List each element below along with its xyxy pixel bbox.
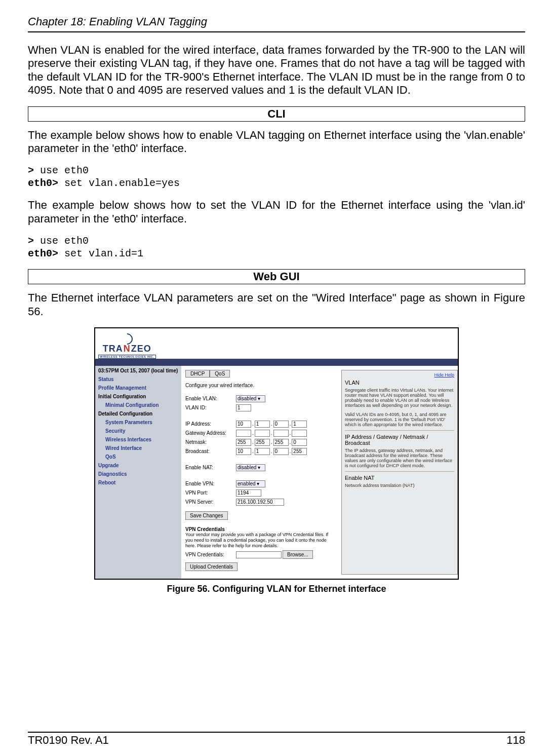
input-bc-1[interactable]: 10 — [236, 448, 251, 455]
cli-prompt: > — [28, 165, 34, 176]
nav-wired[interactable]: Wired Interface — [105, 445, 178, 451]
input-ip-3[interactable]: 0 — [273, 421, 289, 428]
hide-help-link[interactable]: Hide Help — [345, 372, 454, 377]
input-ip-2[interactable]: 1 — [255, 421, 270, 428]
label-vpn-cred: VPN Credentials: — [185, 552, 236, 557]
input-bc-2[interactable]: 1 — [255, 448, 270, 455]
nav-minimal-config[interactable]: Minimal Configuration — [105, 402, 178, 408]
nav-system-params[interactable]: System Parameters — [105, 420, 178, 425]
input-vpn-cred-file[interactable] — [236, 551, 282, 558]
help-ip-text: The IP address, gateway address, netmask… — [345, 448, 454, 468]
help-vlan-text: Segregate client traffic into Virtual LA… — [345, 388, 454, 408]
label-vpn-server: VPN Server: — [185, 499, 236, 505]
input-bc-3[interactable]: 0 — [273, 448, 289, 455]
logo-text-2: ZEO — [131, 344, 151, 354]
input-nm-3[interactable]: 255 — [273, 439, 289, 446]
sidebar: 03:57PM Oct 15, 2007 (local time) Status… — [95, 366, 181, 579]
input-bc-4[interactable]: 255 — [292, 448, 307, 455]
input-gw-4[interactable] — [292, 430, 307, 437]
input-gw-2[interactable] — [255, 430, 270, 437]
figure-screenshot: TRANZEO WIRELESS TECHNOLOGIES INC. 03:57… — [94, 327, 459, 580]
logo-subtitle: WIRELESS TECHNOLOGIES INC. — [98, 355, 156, 359]
label-vlan-id: VLAN ID: — [185, 405, 236, 410]
label-broadcast: Broadcast: — [185, 448, 236, 454]
vpn-cred-text: Your vendor may provide you with a packa… — [185, 532, 332, 548]
figure-caption: Figure 56. Configuring VLAN for Ethernet… — [28, 584, 525, 594]
select-enable-vlan[interactable]: disabled ▾ — [236, 395, 265, 402]
footer-page-number: 118 — [506, 734, 525, 747]
logo-text-1: TRA — [103, 344, 123, 354]
nav-security[interactable]: Security — [105, 428, 178, 434]
label-ip: IP Address: — [185, 421, 236, 427]
nav-initial-config[interactable]: Initial Configuration — [98, 394, 178, 399]
page-footer: TR0190 Rev. A1 118 — [28, 732, 525, 747]
paragraph-4: The Ethernet interface VLAN parameters a… — [28, 291, 525, 318]
logo: TRANZEO WIRELESS TECHNOLOGIES INC. — [98, 333, 156, 359]
input-ip-4[interactable]: 1 — [292, 421, 307, 428]
input-vpn-port[interactable]: 1194 — [236, 489, 261, 497]
input-ip-1[interactable]: 10 — [236, 421, 251, 428]
tab-dhcp[interactable]: DHCP — [185, 370, 210, 377]
nav-profile[interactable]: Profile Management — [98, 385, 178, 391]
label-enable-vpn: Enable VPN: — [185, 481, 236, 486]
cli-cmd: use eth0 — [34, 165, 89, 176]
input-nm-2[interactable]: 255 — [255, 439, 270, 446]
vpn-cred-title: VPN Credentials — [185, 526, 332, 532]
label-enable-vlan: Enable VLAN: — [185, 396, 236, 401]
header-rule — [28, 31, 525, 32]
cli-example-1: > use eth0 eth0> set vlan.enable=yes — [28, 164, 525, 190]
cli-prompt: > — [28, 235, 34, 247]
label-enable-nat: Enable NAT: — [185, 465, 236, 470]
footer-left: TR0190 Rev. A1 — [28, 734, 109, 747]
cli-cmd: set vlan.enable=yes — [58, 177, 180, 189]
browse-button[interactable]: Browse... — [283, 550, 313, 559]
input-gw-3[interactable] — [273, 430, 289, 437]
input-gw-1[interactable] — [236, 430, 251, 437]
help-vlan-title: VLAN — [345, 380, 454, 386]
select-enable-nat[interactable]: disabled ▾ — [236, 464, 265, 471]
input-vlan-id[interactable]: 1 — [236, 404, 251, 411]
cli-prompt: eth0> — [28, 248, 58, 259]
save-button[interactable]: Save Changes — [185, 511, 228, 520]
nav-detailed-config[interactable]: Detailed Configuration — [98, 411, 178, 417]
section-cli-heading: CLI — [28, 106, 525, 122]
nav-upgrade[interactable]: Upgrade — [98, 463, 178, 468]
help-nat-title: Enable NAT — [345, 475, 454, 481]
main-form: DHCPQoS Configure your wired interface. … — [185, 370, 332, 575]
input-nm-4[interactable]: 0 — [292, 439, 307, 446]
input-vpn-server[interactable]: 216.100.192.50 — [236, 499, 284, 506]
cli-cmd: set vlan.id=1 — [58, 248, 143, 259]
help-vlan-text2: Valid VLAN IDs are 0-4095, but 0, 1, and… — [345, 412, 454, 427]
section-webgui-heading: Web GUI — [28, 269, 525, 284]
label-vpn-port: VPN Port: — [185, 490, 236, 496]
nav-status[interactable]: Status — [98, 376, 178, 382]
input-nm-1[interactable]: 255 — [236, 439, 251, 446]
paragraph-3: The example below shows how to set the V… — [28, 199, 525, 225]
nav-reboot[interactable]: Reboot — [98, 480, 178, 485]
tab-qos[interactable]: QoS — [210, 370, 230, 377]
nav-diagnostics[interactable]: Diagnostics — [98, 471, 178, 477]
help-panel: Hide Help VLAN Segregate client traffic … — [341, 370, 458, 575]
header-band — [95, 359, 458, 366]
cli-cmd: use eth0 — [34, 235, 89, 247]
paragraph-2: The example below shows how to enable VL… — [28, 129, 525, 156]
label-gateway: Gateway Address: — [185, 430, 236, 436]
cli-example-2: > use eth0 eth0> set vlan.id=1 — [28, 235, 525, 260]
paragraph-1: When VLAN is enabled for the wired inter… — [28, 44, 525, 97]
label-netmask: Netmask: — [185, 439, 236, 445]
nav-wireless[interactable]: Wireless Interfaces — [105, 437, 178, 442]
form-intro: Configure your wired interface. — [185, 383, 332, 388]
upload-button[interactable]: Upload Credentials — [185, 562, 238, 571]
nav-time: 03:57PM Oct 15, 2007 (local time) — [98, 368, 178, 373]
chapter-title: Chapter 18: Enabling VLAN Tagging — [28, 15, 525, 30]
cli-prompt: eth0> — [28, 177, 58, 189]
help-nat-text: Network address translation (NAT) — [345, 483, 454, 488]
help-ip-title: IP Address / Gateway / Netmask / Broadca… — [345, 434, 454, 446]
select-enable-vpn[interactable]: enabled ▾ — [236, 480, 265, 487]
nav-qos[interactable]: QoS — [105, 454, 178, 460]
